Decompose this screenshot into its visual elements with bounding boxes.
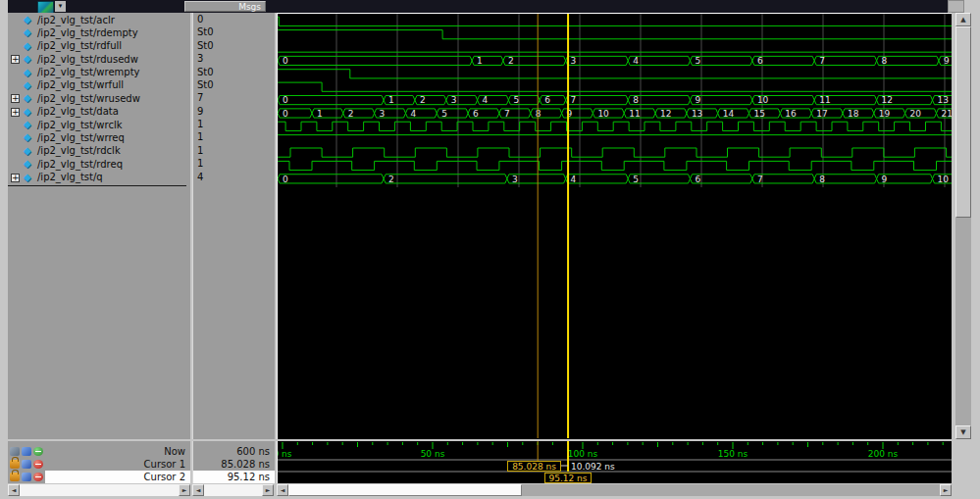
svg-text:7: 7: [819, 56, 825, 66]
cursor2-row[interactable]: Cursor 2: [8, 471, 190, 483]
svg-text:0 ns: 0 ns: [278, 449, 292, 459]
signal-diamond-icon: ◆: [24, 67, 31, 77]
svg-text:10: 10: [597, 109, 609, 119]
signal-value: 1: [197, 131, 271, 144]
signal-diamond-icon: ◆: [24, 145, 31, 156]
signal-row[interactable]: ◆/ip2_vlg_tst/wrempty: [8, 67, 190, 79]
cursor1-value[interactable]: 85.028 ns: [221, 459, 270, 470]
expand-toggle-icon[interactable]: +: [11, 174, 20, 182]
vertical-scrollbar-thumb[interactable]: [955, 26, 971, 218]
wave-scrollbar-thumb[interactable]: [288, 484, 522, 496]
signal-row[interactable]: ◆/ip2_vlg_tst/rdreq: [8, 158, 190, 171]
signal-value: 1: [197, 119, 271, 131]
list-end-line: [8, 185, 186, 186]
svg-text:9: 9: [696, 95, 701, 105]
svg-text:8: 8: [882, 56, 888, 66]
svg-text:2: 2: [388, 175, 394, 184]
window-icon-dropdown[interactable]: ▾: [55, 1, 66, 12]
scroll-down-button[interactable]: ▼: [955, 425, 971, 439]
values-horizontal-scrollbar[interactable]: ◄ ►: [192, 484, 274, 496]
signal-values-panel: 0St0St03St0St07911114: [192, 13, 275, 439]
cursor1-row[interactable]: Cursor 1: [8, 458, 190, 471]
signal-row[interactable]: ◆/ip2_vlg_tst/rdclk: [8, 145, 190, 158]
now-row[interactable]: Now: [8, 445, 190, 458]
svg-text:4: 4: [411, 109, 417, 119]
scroll-up-button[interactable]: ▲: [955, 13, 971, 26]
signal-row[interactable]: +◆/ip2_vlg_tst/wrusedw: [8, 92, 190, 105]
scroll-left-button[interactable]: ◄: [8, 484, 20, 496]
svg-text:6: 6: [696, 175, 701, 184]
signal-row[interactable]: ◆/ip2_vlg_tst/wrclk: [8, 119, 190, 131]
comment-icon[interactable]: [22, 447, 31, 456]
svg-text:16: 16: [785, 109, 797, 119]
svg-text:6: 6: [757, 56, 763, 66]
signal-row[interactable]: +◆/ip2_vlg_tst/q: [8, 172, 190, 184]
svg-text:0: 0: [283, 95, 288, 105]
delete-cursor-icon[interactable]: [33, 473, 43, 481]
cursor-delta-label: 10.092 ns: [571, 462, 615, 472]
svg-text:9: 9: [882, 175, 888, 184]
signal-row[interactable]: +◆/ip2_vlg_tst/rdusedw: [8, 53, 190, 66]
delete-cursor-icon[interactable]: [33, 460, 43, 469]
waveform-panel[interactable]: 0123456789012345678910111213012345678910…: [277, 13, 952, 439]
now-row-icons: [10, 447, 45, 457]
signal-value: 7: [197, 92, 271, 105]
svg-text:18: 18: [848, 109, 859, 119]
add-cursor-icon[interactable]: [33, 447, 43, 456]
signal-value: St0: [197, 79, 271, 92]
signal-diamond-icon: ◆: [24, 26, 31, 37]
lock-icon[interactable]: [10, 460, 20, 469]
scroll-right-button[interactable]: ►: [262, 484, 274, 496]
down-arrow-icon: ▼: [960, 428, 965, 436]
svg-text:20: 20: [910, 109, 922, 119]
scroll-left-button[interactable]: ◄: [277, 484, 288, 496]
svg-text:12: 12: [660, 109, 671, 119]
vertical-scrollbar[interactable]: ▲ ▼: [955, 13, 971, 439]
waveform-canvas[interactable]: 0123456789012345678910111213012345678910…: [278, 14, 952, 438]
signal-row[interactable]: +◆/ip2_vlg_tst/data: [8, 106, 190, 119]
svg-text:4: 4: [633, 56, 639, 66]
names-horizontal-scrollbar[interactable]: ◄ ►: [8, 484, 190, 496]
signal-value: St0: [197, 26, 271, 39]
expand-toggle-icon[interactable]: +: [11, 55, 20, 64]
svg-text:50 ns: 50 ns: [421, 449, 445, 459]
lock-icon[interactable]: [10, 473, 20, 481]
cursor2-value[interactable]: 95.12 ns: [228, 472, 270, 482]
signal-row[interactable]: ◆/ip2_vlg_tst/rdempty: [8, 26, 190, 39]
scroll-right-button[interactable]: ►: [179, 484, 190, 496]
cursor1-label: Cursor 1: [144, 459, 185, 470]
signal-names-panel[interactable]: ◆/ip2_vlg_tst/aclr◆/ip2_vlg_tst/rdempty◆…: [8, 13, 190, 439]
signal-row[interactable]: ◆/ip2_vlg_tst/wrreq: [8, 131, 190, 144]
signal-row[interactable]: ◆/ip2_vlg_tst/rdfull: [8, 40, 190, 53]
svg-text:0: 0: [283, 175, 288, 184]
signal-row[interactable]: ◆/ip2_vlg_tst/aclr: [8, 14, 190, 26]
scroll-right-button[interactable]: ►: [940, 484, 952, 496]
cursor1-time-box[interactable]: 85.028 ns: [507, 461, 561, 472]
signal-name: /ip2_vlg_tst/wrclk: [37, 120, 122, 130]
expand-toggle-icon[interactable]: +: [11, 94, 20, 103]
svg-text:14: 14: [723, 109, 735, 119]
signal-name: /ip2_vlg_tst/rdempty: [37, 27, 138, 38]
cursor2-time-box[interactable]: 95.12 ns: [544, 473, 592, 483]
timeline-panel[interactable]: 0 ns50 ns100 ns150 ns200 ns 85.028 ns 10…: [277, 441, 952, 483]
signal-value: 1: [197, 145, 271, 158]
svg-text:1: 1: [477, 56, 483, 66]
scroll-left-button[interactable]: ◄: [192, 484, 204, 496]
edit-cursor-icon[interactable]: [22, 473, 31, 481]
cursor2-label: Cursor 2: [144, 472, 185, 482]
signal-diamond-icon: ◆: [24, 106, 31, 117]
svg-text:4: 4: [571, 175, 577, 184]
msgs-column-header[interactable]: Msgs: [184, 1, 266, 12]
signal-value: 0: [197, 14, 271, 26]
svg-text:9: 9: [944, 56, 950, 66]
svg-text:200 ns: 200 ns: [868, 449, 899, 459]
left-arrow-icon: ◄: [196, 486, 201, 493]
expand-toggle-icon[interactable]: +: [11, 108, 20, 117]
signal-row[interactable]: ◆/ip2_vlg_tst/wrfull: [8, 79, 190, 92]
svg-text:13: 13: [692, 109, 702, 119]
wave-horizontal-scrollbar[interactable]: ◄ ►: [277, 484, 952, 496]
snapshot-icon[interactable]: [10, 447, 20, 456]
edit-cursor-icon[interactable]: [22, 460, 31, 469]
svg-text:5: 5: [696, 56, 701, 66]
svg-text:11: 11: [629, 109, 640, 119]
